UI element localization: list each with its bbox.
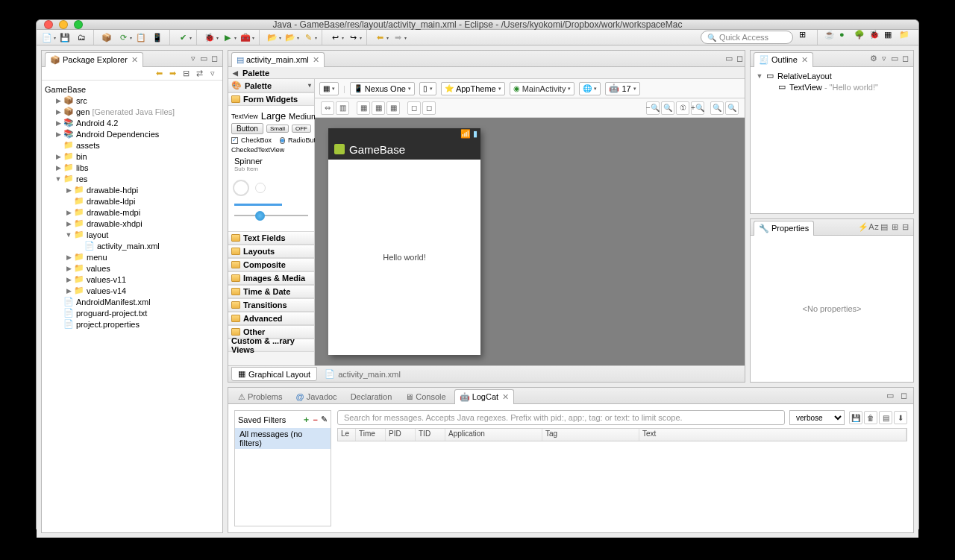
new-class-button[interactable]: 📂 [283,30,298,45]
tree-item[interactable]: ▶📁drawable-mdpi [43,207,221,218]
prop-btn3[interactable]: ▤ [879,222,889,233]
tab-declaration[interactable]: Declaration [345,389,398,404]
widget-radio[interactable] [280,137,285,144]
theme-dropdown[interactable]: ⭐ AppTheme ▾ [441,82,505,95]
section-custom[interactable]: Custom & ...rary Views [228,339,314,352]
log-level-select[interactable]: verbose [789,410,845,425]
config-dropdown[interactable]: ▦▾ [319,82,339,95]
tree-item[interactable]: ▶📁menu [43,251,221,262]
tab-properties[interactable]: 🔧 Properties [754,221,814,236]
orientation-dropdown[interactable]: ▯▾ [419,82,436,95]
tree-item[interactable]: ▶📁drawable-xhdpi [43,218,221,229]
minimize-editor-button[interactable]: ▭ [724,54,734,64]
ddms-perspective-icon[interactable]: ● [839,30,851,42]
link-editor-icon[interactable]: ⇄ [194,69,204,79]
nav-back-button[interactable]: ↩ [328,30,342,45]
zoom-out-button[interactable]: −🔍 [646,101,660,115]
scroll-lock-button[interactable]: ⬇ [894,411,907,424]
avd-manager-button[interactable]: ⟳ [116,30,131,45]
tree-item[interactable]: ▼📁res [43,173,221,184]
phone-content[interactable]: Hello world! [328,160,480,355]
display-options-button[interactable]: ▤ [879,411,892,424]
zoom-in-button[interactable]: +🔍 [691,101,704,115]
quick-access-search[interactable]: 🔍 Quick Access [701,31,793,44]
close-icon[interactable]: ✕ [801,55,808,65]
tab-problems[interactable]: ⚠Problems [233,389,287,404]
maximize-view-button[interactable]: ◻ [900,54,910,64]
zoom-fit-button[interactable]: 🔍 [710,101,724,115]
prop-btn2[interactable]: Aᴢ [868,222,879,233]
java-perspective-icon[interactable]: ☕ [824,30,836,42]
widget-textview[interactable]: TextView [231,113,258,120]
tree-item[interactable]: 📄project.properties [43,318,221,330]
close-icon[interactable]: ✕ [502,392,509,402]
view-menu-button[interactable]: ▿ [188,54,198,64]
tree-item[interactable]: 📁drawable-ldpi [43,195,221,207]
tree-item[interactable]: ▶📁libs [43,162,221,173]
minimize-view-button[interactable]: ▭ [198,54,209,64]
new-package-button[interactable]: 📂 [265,30,280,45]
lint-button[interactable]: 📋 [134,30,148,45]
widget-small-button[interactable]: Small [266,125,289,133]
locale-dropdown[interactable]: 🌐▾ [579,82,601,95]
tree-item[interactable]: 📁assets [43,139,221,151]
check-button[interactable]: ✔ [175,30,190,45]
forward-button[interactable]: ➡ [390,30,405,45]
zoom-real-button[interactable]: 🔍 [725,101,739,115]
hierarchy-perspective-icon[interactable]: 🌳 [854,30,866,42]
tree-item[interactable]: ▶📚Android 4.2 [43,117,221,128]
tab-logcat[interactable]: 🤖LogCat✕ [454,389,514,404]
new-button[interactable]: 📄 [40,30,54,45]
canvas-grid2-button[interactable]: ▦ [372,101,385,115]
outline-item[interactable]: ▭TextView - "Hello world!" [752,81,912,92]
widget-seekbar[interactable] [234,210,308,221]
maximize-editor-button[interactable]: ◻ [734,54,745,64]
remove-filter-button[interactable]: − [313,415,318,424]
tree-item[interactable]: 📄AndroidManifest.xml [43,296,221,307]
tree-item[interactable]: 📄proguard-project.txt [43,307,221,318]
tab-package-explorer[interactable]: 📦 Package Explorer ✕ [45,52,143,67]
forward-icon[interactable]: ➡ [167,69,178,79]
sdk-manager-button[interactable]: 📦 [99,30,114,45]
tree-item[interactable]: ▼📁layout [43,229,221,240]
widget-toggle-button[interactable]: OFF [292,125,311,133]
tab-outline[interactable]: 🧾 Outline ✕ [754,52,813,67]
widget-progress-large[interactable] [233,180,249,196]
canvas-toggle-button[interactable]: ⇔ [321,101,334,115]
section-advanced[interactable]: Advanced [228,312,314,325]
resource-perspective-icon[interactable]: 📁 [899,30,911,42]
tree-item[interactable]: ▶📁values-v14 [43,285,221,296]
canvas-grid3-button[interactable]: ▦ [386,101,400,115]
new-project-button[interactable]: 📱 [150,30,165,45]
prop-btn1[interactable]: ⚡ [858,222,868,233]
canvas-states-button[interactable]: ▥ [336,101,349,115]
tab-graphical-layout[interactable]: ▦Graphical Layout [231,367,317,381]
clear-log-button[interactable]: 🗑 [864,411,877,424]
view-dropdown-icon[interactable]: ▿ [207,69,218,79]
section-form-widgets[interactable]: Form Widgets [228,92,314,106]
external-tools-button[interactable]: 🧰 [238,30,253,45]
widget-medium-text[interactable]: Medium [289,112,318,121]
zoom-100-button[interactable]: ① [676,101,689,115]
canvas-grid1-button[interactable]: ▦ [357,101,370,115]
tree-item[interactable]: ▶📁bin [43,151,221,162]
filter-all-messages[interactable]: All messages (no filters) [235,428,331,449]
debug-perspective-icon[interactable]: 🐞 [869,30,881,42]
edit-filter-button[interactable]: ✎ [321,415,328,424]
close-icon[interactable]: ✕ [313,55,319,65]
tree-item[interactable]: ▶📁values-v11 [43,274,221,285]
prop-btn5[interactable]: ⊟ [900,222,910,233]
back-button[interactable]: ⬅ [372,30,387,45]
maximize-view-button[interactable]: ◻ [898,391,909,401]
outline-filter-icon[interactable]: ⚙ [868,54,879,64]
section-images-media[interactable]: Images & Media [228,271,314,285]
view-menu-button[interactable]: ▿ [879,54,889,64]
widget-button[interactable]: Button [231,123,263,134]
widget-large-text[interactable]: Large [261,110,286,122]
save-all-button[interactable]: 🗂 [74,30,89,45]
tree-item[interactable]: ▶📁values [43,262,221,274]
nav-fwd-button[interactable]: ↪ [345,30,360,45]
section-text-fields[interactable]: Text Fields [228,231,314,245]
save-log-button[interactable]: 💾 [849,411,862,424]
close-icon[interactable]: ✕ [131,55,138,65]
